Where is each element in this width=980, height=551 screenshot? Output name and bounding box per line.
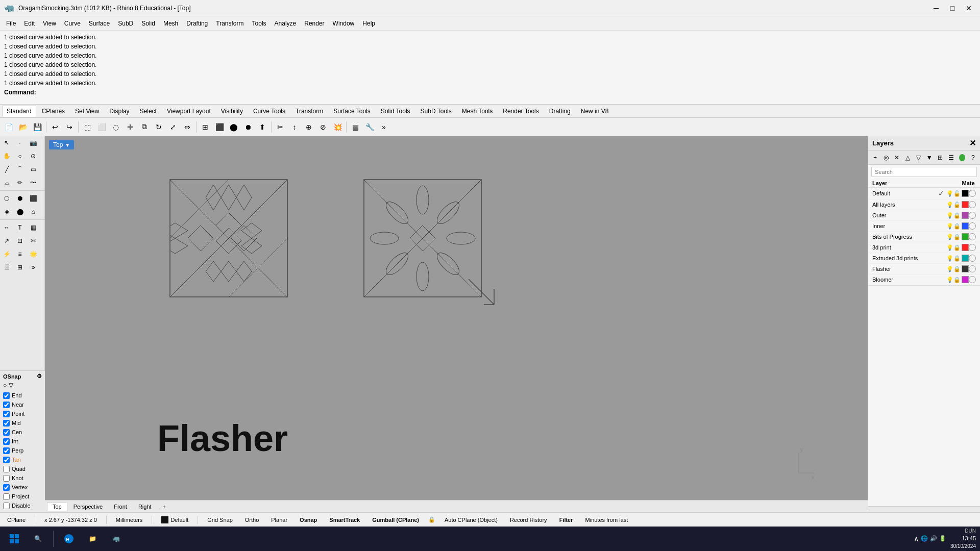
arc-tool[interactable]: ⌓ xyxy=(0,176,13,189)
tab-select[interactable]: Select xyxy=(135,106,161,117)
menu-render[interactable]: Render xyxy=(300,18,328,29)
save-icon[interactable]: 💾 xyxy=(31,120,44,134)
mirror-icon[interactable]: ⇔ xyxy=(181,120,194,134)
speaker-icon[interactable]: 🔊 xyxy=(930,535,937,542)
layer-mate-bits[interactable] xyxy=(969,233,976,240)
tab-new-v8[interactable]: New in V8 xyxy=(576,106,614,117)
filter-status[interactable]: Filter xyxy=(556,516,576,524)
layer-lock-bits[interactable]: 🔒 xyxy=(953,234,961,240)
text-tool[interactable]: T xyxy=(13,221,27,234)
layer-lock-outer[interactable]: 🔒 xyxy=(953,212,961,219)
scale-icon[interactable]: ⤢ xyxy=(166,120,180,134)
tab-setview[interactable]: Set View xyxy=(70,106,104,117)
layer-lock-inner[interactable]: 🔒 xyxy=(953,223,961,230)
osnap-near[interactable]: Near xyxy=(3,400,42,409)
layer-mate-default[interactable] xyxy=(969,190,976,197)
layer-up-btn[interactable]: △ xyxy=(903,152,913,163)
osnap-circle-icon[interactable]: ○ xyxy=(3,382,7,389)
polyline-tool[interactable]: ⌒ xyxy=(13,163,27,176)
vp-tab-perspective[interactable]: Perspective xyxy=(68,503,108,511)
menu-window[interactable]: Window xyxy=(329,18,359,29)
copy-icon[interactable]: ⧉ xyxy=(138,120,151,134)
menu-subd[interactable]: SubD xyxy=(114,18,137,29)
vp-add-button[interactable]: + xyxy=(158,503,171,511)
layer-current-btn[interactable]: ◎ xyxy=(881,152,891,163)
osnap-tan[interactable]: Tan xyxy=(3,455,42,464)
camera-tool[interactable]: 📷 xyxy=(27,136,40,149)
minimize-button[interactable]: ─ xyxy=(929,1,943,15)
layer-light-bloomer[interactable]: 💡 xyxy=(946,277,953,283)
menu-analyze[interactable]: Analyze xyxy=(271,18,301,29)
layer-row-bits[interactable]: Bits of Progress 💡 🔒 xyxy=(868,232,980,242)
gumball-status[interactable]: Gumball (CPlane) xyxy=(369,516,422,524)
tab-visibility[interactable]: Visibility xyxy=(216,106,248,117)
menu-help[interactable]: Help xyxy=(358,18,379,29)
layer-mate-inner[interactable] xyxy=(969,222,976,230)
point-tool[interactable]: · xyxy=(13,136,27,149)
layer-menu-btn[interactable]: ☰ xyxy=(946,152,955,163)
layer-light-flasher[interactable]: 💡 xyxy=(946,266,953,272)
tab-standard[interactable]: Standard xyxy=(2,106,36,117)
osnap-tan-checkbox[interactable] xyxy=(3,457,10,463)
layer-icon[interactable]: ▤ xyxy=(349,120,362,134)
zebra-tool[interactable]: ≡ xyxy=(13,247,27,261)
menu-edit[interactable]: Edit xyxy=(20,18,39,29)
rhino-taskbar[interactable]: 🦏 xyxy=(106,529,126,549)
tab-render-tools[interactable]: Render Tools xyxy=(498,106,544,117)
osnap-quad[interactable]: Quad xyxy=(3,464,42,473)
tab-cplanes[interactable]: CPlanes xyxy=(37,106,69,117)
osnap-filter-icon[interactable]: ▽ xyxy=(9,382,13,389)
ellipse-tool[interactable]: ⊙ xyxy=(27,149,40,163)
osnap-disable-checkbox[interactable] xyxy=(3,503,10,509)
viewport[interactable]: Top ▼ xyxy=(45,136,868,500)
osnap-perp[interactable]: Perp xyxy=(3,446,42,455)
layer-light-default[interactable]: 💡 xyxy=(946,190,953,197)
osnap-perp-checkbox[interactable] xyxy=(3,447,10,454)
record-history-status[interactable]: Record History xyxy=(507,516,550,524)
array-icon[interactable]: ⊞ xyxy=(199,120,212,134)
extend-icon[interactable]: ↕ xyxy=(288,120,301,134)
mesh-tool[interactable]: ⬢ xyxy=(13,192,27,205)
osnap-mid[interactable]: Mid xyxy=(3,418,42,428)
solid-tool[interactable]: ⬛ xyxy=(27,192,40,205)
more-icon[interactable]: » xyxy=(377,120,390,134)
planar-status[interactable]: Planar xyxy=(268,516,290,524)
layer-mate-alllayers[interactable] xyxy=(969,201,976,208)
spline-tool[interactable]: 〜 xyxy=(27,176,40,189)
start-button[interactable] xyxy=(4,529,24,549)
freehand-tool[interactable]: ✏ xyxy=(13,176,27,189)
layer-light-3dprint[interactable]: 💡 xyxy=(946,244,953,251)
layer-question-btn[interactable]: ? xyxy=(968,152,978,163)
layer-delete-btn[interactable]: ✕ xyxy=(892,152,901,163)
move-icon[interactable]: ✛ xyxy=(124,120,137,134)
layer-add-btn[interactable]: + xyxy=(870,152,880,163)
units-display[interactable]: Millimeters xyxy=(113,516,146,524)
select-tool[interactable]: ↖ xyxy=(0,136,13,149)
layer-color-outer[interactable] xyxy=(962,212,969,219)
redo-icon[interactable]: ↪ xyxy=(63,120,76,134)
layer-lock-extruded[interactable]: 🔒 xyxy=(953,255,961,262)
window-select-icon[interactable]: ⬜ xyxy=(95,120,108,134)
layer-color-3dprint[interactable] xyxy=(962,244,969,251)
edge-browser[interactable]: e xyxy=(59,529,79,549)
menu-transform[interactable]: Transform xyxy=(212,18,248,29)
nurbs-tool[interactable]: ◈ xyxy=(0,205,13,218)
layer-row-3dprint[interactable]: 3d print 💡 🔒 xyxy=(868,242,980,253)
osnap-project[interactable]: Project xyxy=(3,492,42,501)
layer-mate-3dprint[interactable] xyxy=(969,244,976,251)
osnap-near-checkbox[interactable] xyxy=(3,402,10,408)
layer-color-flasher[interactable] xyxy=(962,265,969,272)
layer-lock-default[interactable]: 🔓 xyxy=(953,190,961,197)
open-icon[interactable]: 📂 xyxy=(16,120,30,134)
tab-surface-tools[interactable]: Surface Tools xyxy=(329,106,375,117)
grid-snap-status[interactable]: Grid Snap xyxy=(204,516,236,524)
tab-display[interactable]: Display xyxy=(105,106,134,117)
properties-icon[interactable]: 🔧 xyxy=(363,120,376,134)
layer-row-flasher[interactable]: Flasher 💡 🔒 xyxy=(868,264,980,274)
osnap-status[interactable]: Osnap xyxy=(297,516,320,524)
osnap-vertex[interactable]: Vertex xyxy=(3,483,42,492)
battery-icon[interactable]: 🔋 xyxy=(939,535,946,542)
vp-tab-right[interactable]: Right xyxy=(133,503,157,511)
osnap-end-checkbox[interactable] xyxy=(3,392,10,399)
vp-tab-top[interactable]: Top xyxy=(47,502,67,511)
